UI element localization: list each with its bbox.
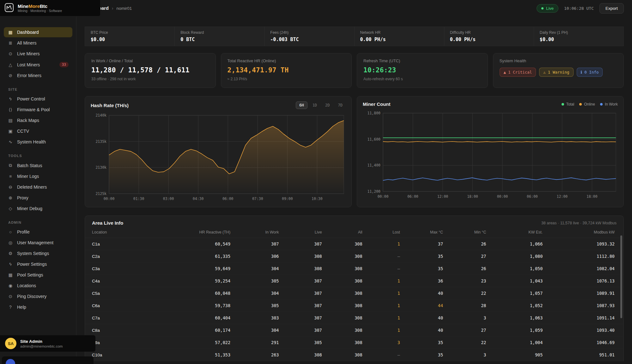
table-row[interactable]: C3a59,649304308308—35261,0501082.04 <box>85 263 623 275</box>
sidebar-item-user-management[interactable]: ◎User Management <box>4 238 72 248</box>
sidebar-item-error-miners[interactable]: ⊘Error Miners <box>4 70 72 81</box>
table-row[interactable]: C5a60,048304307308140221,0571089.91 <box>85 287 623 300</box>
cell-hr-reactive-th: 61,335 <box>139 250 230 263</box>
miner-debug-icon: ◇ <box>8 206 13 211</box>
sidebar-item-label: Live Miners <box>17 51 69 56</box>
cell-lost: — <box>362 250 400 263</box>
svg-text:2140k: 2140k <box>95 113 106 118</box>
table-row[interactable]: C6a59,738305307308144281,0521087.93 <box>85 300 623 312</box>
legend-online: Online <box>579 102 595 106</box>
stat-block-reward: Block Reward0 BTC <box>174 27 264 46</box>
sidebar-item-all-miners[interactable]: ≣All Miners <box>4 38 72 48</box>
table-row[interactable]: C8a60,174304307308140271,0591093.40 <box>85 324 623 337</box>
sidebar-item-firmware-pool[interactable]: ⟨⟩Firmware & Pool <box>4 105 72 115</box>
range-1d-button[interactable]: 1D <box>309 102 320 109</box>
cell-max-c: 35 <box>400 263 443 275</box>
sidebar-item-label: Miner Logs <box>17 174 69 179</box>
cell-all: 308 <box>322 238 362 250</box>
breadcrumb-separator: › <box>112 6 113 11</box>
pill-label: 1 Warning <box>548 70 569 75</box>
charts-row: Hash Rate (TH/s) 6H1D2D7D 2140k2135k2130… <box>85 96 624 207</box>
sidebar-item-live-miners[interactable]: ⊙Live Miners <box>4 49 72 59</box>
svg-text:00:00: 00:00 <box>497 194 508 199</box>
sidebar-item-lost-miners[interactable]: △Lost Miners33 <box>4 59 72 70</box>
live-miners-icon: ⊙ <box>8 51 13 56</box>
health-info-pill[interactable]: ℹ0 Info <box>577 68 603 77</box>
table-row[interactable]: C1a60,549307307308137261,0661093.32 <box>85 238 623 250</box>
live-dot-icon <box>541 7 544 9</box>
sidebar-item-cctv[interactable]: ▣CCTV <box>4 126 72 136</box>
sidebar-item-proxy[interactable]: ⊕Proxy <box>4 193 72 203</box>
legend-label: In Work <box>605 102 618 106</box>
power-settings-icon: ϟ <box>8 262 13 267</box>
sidebar-item-power-settings[interactable]: ϟPower Settings <box>4 259 72 269</box>
sidebar-item-label: System Settings <box>17 251 69 256</box>
cell-location: C5a <box>85 287 139 300</box>
brand-tagline: Mining · Monitoring · Software <box>18 9 62 13</box>
rack-maps-icon: ▤ <box>8 118 13 123</box>
sidebar-item-batch-status[interactable]: ⧉Batch Status <box>4 160 72 171</box>
sidebar-item-label: Batch Status <box>17 163 69 168</box>
sidebar-item-system-health[interactable]: ∿System Health <box>4 137 72 147</box>
sidebar-item-locations[interactable]: ◉Locations <box>4 281 72 291</box>
column-header-kw-est: KW Est. <box>486 227 543 238</box>
health-critical-pill[interactable]: ▲1 Critical <box>500 68 536 77</box>
cell-min-c: 3 <box>443 349 486 361</box>
cell-live: 307 <box>279 238 322 250</box>
bottom-cut-chip[interactable] <box>2 356 94 364</box>
table-row[interactable]: C9a57,022291305308335221,0041046.69 <box>85 337 623 349</box>
svg-text:07:30: 07:30 <box>252 197 263 201</box>
table-row[interactable]: C7a60,40430330730814031,0631091.14 <box>85 312 623 324</box>
sidebar-item-label: User Management <box>17 240 69 245</box>
cell-modbus-kw: 1089.91 <box>543 287 623 300</box>
range-6h-button[interactable]: 6H <box>296 101 307 109</box>
card-subtext: ≈ 2.13 PH/s <box>228 77 345 81</box>
sidebar-item-label: Firmware & Pool <box>17 107 69 112</box>
batch-status-icon: ⧉ <box>8 163 13 168</box>
table-row[interactable]: C4a59,254305307308136231,0431076.13 <box>85 275 623 287</box>
sidebar-item-miner-logs[interactable]: ≡Miner Logs <box>4 171 72 181</box>
card-label: In Work / Online / Total <box>91 58 209 63</box>
cell-hr-reactive-th: 51,353 <box>139 349 230 361</box>
card-value: 2,134,471.97 TH <box>228 66 345 74</box>
sidebar-item-ping-discovery[interactable]: ⊙Ping Discovery <box>4 291 72 301</box>
sidebar-item-deleted-miners[interactable]: ⊖Deleted Miners <box>4 182 72 192</box>
table-title: Area Live Info <box>92 220 123 226</box>
cell-hr-reactive-th: 60,048 <box>139 287 230 300</box>
cell-max-c: 35 <box>400 250 443 263</box>
dashboard-icon: ▦ <box>8 30 13 35</box>
user-chip[interactable]: SA Site Admin admin@minemorebtc.com <box>0 335 95 352</box>
range-2d-button[interactable]: 2D <box>322 102 333 109</box>
export-button[interactable]: Export <box>599 3 624 14</box>
table-row[interactable]: C2a61,335306308308—35271,0801112.80 <box>85 250 623 263</box>
cell-kw-est: 1,050 <box>486 263 543 275</box>
sidebar-section-title: TOOLS <box>0 154 76 158</box>
sidebar-item-power-control[interactable]: ϟPower Control <box>4 94 72 104</box>
sidebar-item-system-settings[interactable]: ⚙System Settings <box>4 248 72 258</box>
cell-modbus-kw: 1046.69 <box>543 337 623 349</box>
cell-hr-reactive-th: 57,022 <box>139 337 230 349</box>
table-scrollbar[interactable] <box>620 235 622 318</box>
cell-hr-reactive-th: 59,254 <box>139 275 230 287</box>
sidebar-item-dashboard[interactable]: ▦Dashboard <box>4 27 72 37</box>
column-header-in-work: In Work <box>230 227 279 238</box>
cell-kw-est: 1,066 <box>486 238 543 250</box>
info-icon: ℹ <box>581 70 582 75</box>
health-warning-pill[interactable]: ⚠1 Warning <box>539 68 573 77</box>
cell-kw-est: 1,059 <box>486 324 543 337</box>
cell-in-work: 306 <box>230 250 279 263</box>
cell-in-work: 305 <box>230 300 279 312</box>
range-7d-button[interactable]: 7D <box>335 102 346 109</box>
table-row[interactable]: C10a51,353263308308—353905951.01 <box>85 349 623 361</box>
sidebar-item-profile[interactable]: ○Profile <box>4 227 72 237</box>
cell-hr-reactive-th: 60,404 <box>139 312 230 324</box>
sidebar-item-help[interactable]: ?Help <box>4 302 72 312</box>
svg-text:01:30: 01:30 <box>133 197 144 201</box>
sidebar-item-rack-maps[interactable]: ▤Rack Maps <box>4 115 72 125</box>
stats-strip: BTC Price$0.00Block Reward0 BTCFees (24h… <box>85 27 624 46</box>
sidebar-item-pool-settings[interactable]: ▦Pool Settings <box>4 270 72 280</box>
utc-clock: 10:06:28 UTC <box>564 6 594 11</box>
cell-lost: 1 <box>362 275 400 287</box>
sidebar-item-miner-debug[interactable]: ◇Miner Debug <box>4 203 72 214</box>
cell-kw-est: 1,043 <box>486 275 543 287</box>
